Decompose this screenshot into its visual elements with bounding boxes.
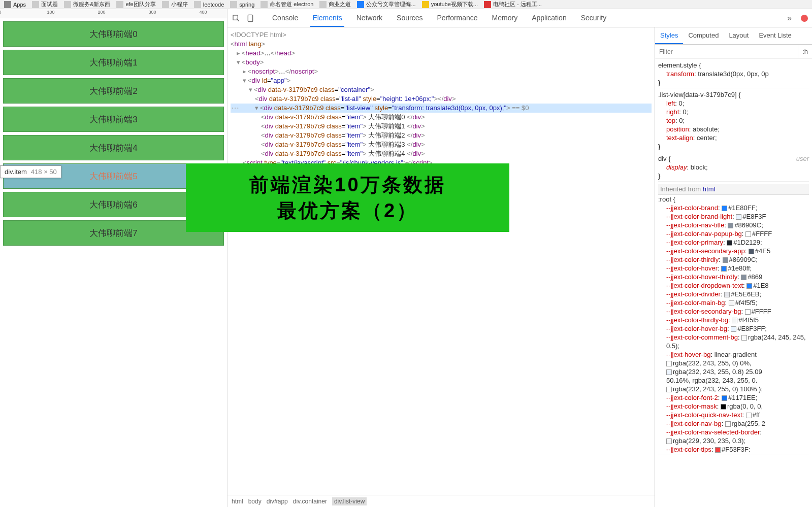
bookmark-item[interactable]: 小程序	[162, 1, 188, 8]
breadcrumb-item[interactable]: div#app	[267, 498, 288, 505]
overlay-line1: 前端渲染10万条数据	[249, 172, 445, 198]
dom-breadcrumbs: html body div#app div.container div.list…	[228, 495, 655, 507]
close-icon[interactable]	[801, 15, 808, 22]
dom-item[interactable]: <div data-v-3179b7c9 class="item"> 大伟聊前端…	[231, 149, 652, 158]
dom-head[interactable]: ▸<head>…</head>	[231, 49, 652, 58]
svg-rect-1	[248, 15, 252, 21]
tab-network[interactable]: Network	[354, 10, 384, 27]
breadcrumb-item[interactable]: body	[248, 498, 262, 505]
dom-tree[interactable]: <!DOCTYPE html> <html lang> ▸<head>…</he…	[228, 27, 655, 495]
bookmark-item[interactable]: youtube视频下载...	[422, 1, 478, 8]
bookmark-item[interactable]: 商业之道	[319, 1, 351, 8]
bookmark-item[interactable]: 公众号文章管理编...	[357, 1, 415, 8]
list-item[interactable]: 大伟聊前端2	[3, 78, 224, 104]
tab-layout[interactable]: Layout	[724, 27, 754, 44]
more-tabs-icon[interactable]: »	[787, 14, 792, 23]
tab-console[interactable]: Console	[270, 10, 300, 27]
overlay-line2: 最优方案（2）	[277, 198, 418, 224]
rule-root[interactable]: :root { --jjext-color-brand: #1E80FF;--j…	[658, 195, 809, 455]
tab-performance[interactable]: Performance	[435, 10, 479, 27]
tooltip-selector: div.item	[5, 168, 27, 176]
bookmark-item[interactable]: 微服务&新东西	[64, 1, 110, 8]
breadcrumb-item[interactable]: html	[232, 498, 243, 505]
bookmark-apps[interactable]: Apps	[4, 1, 26, 8]
devtools-panel: Console Elements Network Sources Perform…	[228, 9, 812, 507]
tooltip-dimensions: 418 × 50	[31, 168, 57, 176]
styles-panel: Styles Computed Layout Event Liste :h el…	[655, 27, 812, 507]
folder-icon	[230, 1, 237, 8]
inherited-from: Inherited from html	[658, 184, 809, 195]
site-icon	[422, 1, 429, 8]
tab-sources[interactable]: Sources	[395, 10, 425, 27]
dom-body-open[interactable]: ▾<body>	[231, 58, 652, 67]
tab-computed[interactable]: Computed	[683, 27, 724, 44]
devtools-tabs: Console Elements Network Sources Perform…	[270, 10, 608, 27]
folder-icon	[319, 1, 327, 8]
dom-list-all[interactable]: <div data-v-3179b7c9 class="list-all" st…	[231, 94, 652, 104]
folder-icon	[32, 1, 39, 8]
dom-container[interactable]: ▾<div data-v-3179b7c9 class="container">	[231, 85, 652, 94]
tab-memory[interactable]: Memory	[490, 10, 520, 27]
styles-content[interactable]: element.style { transform: translate3d(0…	[655, 59, 812, 507]
dom-item[interactable]: <div data-v-3179b7c9 class="item"> 大伟聊前端…	[231, 131, 652, 140]
tab-security[interactable]: Security	[579, 10, 609, 27]
folder-icon	[64, 1, 71, 8]
tab-application[interactable]: Application	[530, 10, 569, 27]
styles-tabs: Styles Computed Layout Event Liste	[655, 27, 812, 45]
folder-icon	[261, 1, 268, 8]
tab-event-listeners[interactable]: Event Liste	[754, 27, 796, 44]
dom-html-open[interactable]: <html lang>	[231, 40, 652, 49]
bookmark-item[interactable]: 面试题	[32, 1, 58, 8]
tab-styles[interactable]: Styles	[655, 27, 683, 44]
folder-icon	[194, 1, 201, 8]
bookmark-item[interactable]: 电鸭社区 - 远程工...	[484, 1, 542, 8]
ruler: 0 100 200 300 400	[0, 9, 227, 18]
bookmark-item[interactable]: 命名管道 electron	[261, 1, 313, 8]
site-icon	[357, 1, 364, 8]
rule-list-view[interactable]: .list-view[data-v-3179b7c9] { left: 0; r…	[658, 90, 809, 152]
dom-item[interactable]: <div data-v-3179b7c9 class="item"> 大伟聊前端…	[231, 140, 652, 149]
dom-item[interactable]: <div data-v-3179b7c9 class="item"> 大伟聊前端…	[231, 113, 652, 122]
dom-app[interactable]: ▾<div id="app">	[231, 76, 652, 85]
rule-element-style[interactable]: element.style { transform: translate3d(0…	[658, 61, 809, 88]
bookmark-item[interactable]: leetcode	[194, 1, 224, 8]
page-preview: 0 100 200 300 400 大伟聊前端0 大伟聊前端1 大伟聊前端2 大…	[0, 9, 228, 507]
devtools-toolbar: Console Elements Network Sources Perform…	[228, 9, 812, 27]
breadcrumb-item[interactable]: div.container	[293, 498, 327, 505]
bookmark-item[interactable]: spring	[230, 1, 254, 8]
filter-row: :h	[655, 45, 812, 59]
dom-item[interactable]: <div data-v-3179b7c9 class="item"> 大伟聊前端…	[231, 122, 652, 131]
title-overlay: 前端渲染10万条数据 最优方案（2）	[186, 163, 509, 232]
element-tooltip: div.item 418 × 50	[0, 165, 61, 178]
hov-toggle[interactable]: :h	[798, 45, 812, 58]
folder-icon	[162, 1, 169, 8]
dom-noscript[interactable]: ▸<noscript>…</noscript>	[231, 67, 652, 76]
dom-doctype[interactable]: <!DOCTYPE html>	[231, 30, 652, 40]
dom-list-view-selected[interactable]: ⋯▾<div data-v-3179b7c9 class="list-view"…	[231, 104, 652, 113]
rule-div[interactable]: div {user display: block; }	[658, 154, 809, 182]
device-icon[interactable]	[246, 14, 255, 23]
breadcrumb-item-active[interactable]: div.list-view	[332, 497, 367, 505]
bookmarks-bar: Apps 面试题 微服务&新东西 efe团队分享 小程序 leetcode sp…	[0, 0, 812, 9]
site-icon	[484, 1, 491, 8]
elements-panel: <!DOCTYPE html> <html lang> ▸<head>…</he…	[228, 27, 655, 507]
tab-elements[interactable]: Elements	[310, 10, 344, 27]
list-item[interactable]: 大伟聊前端0	[3, 21, 224, 47]
list-item[interactable]: 大伟聊前端1	[3, 50, 224, 75]
list-item[interactable]: 大伟聊前端4	[3, 135, 224, 160]
apps-icon	[4, 1, 11, 8]
list-item[interactable]: 大伟聊前端3	[3, 107, 224, 132]
folder-icon	[116, 1, 123, 8]
filter-input[interactable]	[655, 45, 798, 58]
inspect-icon[interactable]	[232, 14, 241, 23]
bookmark-item[interactable]: efe团队分享	[116, 1, 155, 8]
